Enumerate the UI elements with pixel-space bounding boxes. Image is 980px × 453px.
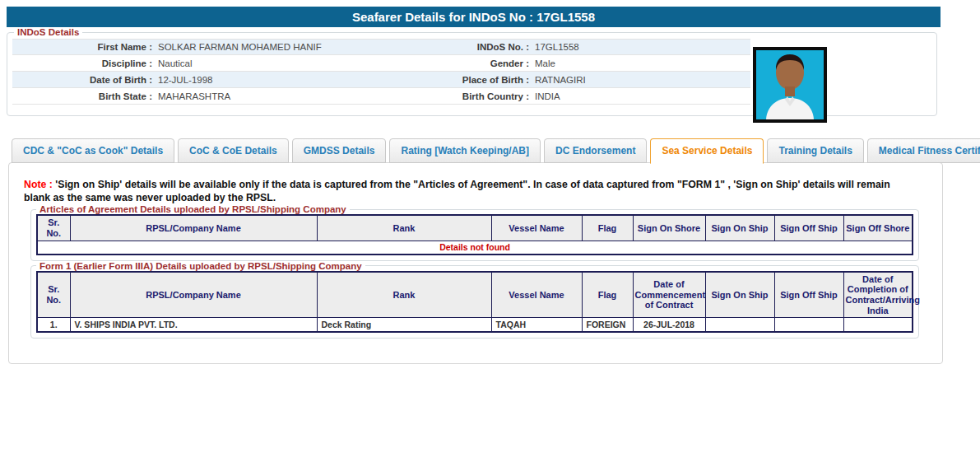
articles-header-sign-on-ship: Sign On Ship	[705, 215, 774, 241]
form1-cell-sign-off-ship	[774, 318, 843, 333]
seafarer-photo-silhouette	[756, 50, 824, 119]
discipline-value: Nautical	[152, 58, 379, 68]
articles-of-agreement-section: Articles of Agreement Details uploaded b…	[30, 204, 919, 260]
form1-legend: Form 1 (Earlier Form IIIA) Details uploa…	[36, 261, 365, 271]
articles-of-agreement-table: Sr. No. RPSL/Company Name Rank Vessel Na…	[36, 214, 913, 255]
articles-header-rank: Rank	[317, 215, 491, 241]
form1-cell-sign-on-ship	[705, 318, 774, 333]
tab-sea-service-details[interactable]: Sea Service Details	[650, 138, 764, 164]
tab-dc-endorsement[interactable]: DC Endorsement	[544, 138, 647, 163]
info-row-first-name: First Name : SOLKAR FARMAN MOHAMED HANIF…	[12, 39, 750, 55]
articles-header-sign-off-ship: Sign Off Ship	[774, 215, 843, 241]
form1-data-row: 1. V. SHIPS INDIA PVT. LTD. Deck Rating …	[37, 318, 913, 333]
indos-details-section: INDoS Details First Name : SOLKAR FARMAN…	[7, 27, 937, 116]
info-row-date-of-birth: Date of Birth : 12-JUL-1998 Place of Bir…	[12, 72, 750, 88]
form1-cell-date-of-commencement: 26-JUL-2018	[633, 318, 705, 333]
articles-empty-row: Details not found	[37, 241, 913, 255]
info-row-discipline: Discipline : Nautical Gender : Male	[12, 55, 750, 72]
articles-header-vessel-name: Vessel Name	[491, 215, 582, 241]
form1-header-rank: Rank	[317, 272, 491, 318]
form1-table: Sr. No. RPSL/Company Name Rank Vessel Na…	[36, 271, 913, 334]
seafarer-photo	[753, 47, 827, 123]
tab-coc-coe-details[interactable]: CoC & CoE Details	[178, 138, 289, 163]
articles-header-rpsl-company-name: RPSL/Company Name	[70, 215, 317, 241]
gender-label: Gender :	[379, 58, 529, 68]
form1-header-flag: Flag	[582, 272, 633, 318]
first-name-value: SOLKAR FARMAN MOHAMED HANIF	[152, 42, 379, 52]
indos-no-value: 17GL1558	[529, 42, 750, 52]
note-prefix: Note :	[24, 179, 53, 190]
articles-of-agreement-legend: Articles of Agreement Details uploaded b…	[36, 204, 350, 214]
form1-cell-sr-no: 1.	[37, 318, 70, 333]
form1-header-rpsl-company-name: RPSL/Company Name	[70, 272, 317, 318]
articles-header-sign-on-shore: Sign On Shore	[633, 215, 705, 241]
form1-header-sign-on-ship: Sign On Ship	[705, 272, 774, 318]
form1-section: Form 1 (Earlier Form IIIA) Details uploa…	[30, 261, 919, 339]
indos-details-grid: First Name : SOLKAR FARMAN MOHAMED HANIF…	[12, 39, 750, 105]
note-text: 'Sign on Ship' details will be available…	[24, 179, 890, 203]
info-row-birth-state: Birth State : MAHARASHTRA Birth Country …	[12, 88, 750, 105]
birth-state-value: MAHARASHTRA	[152, 91, 379, 101]
form1-header-date-of-completion: Date of Completion of Contract/Arriving …	[843, 272, 913, 318]
form1-cell-rpsl-company-name: V. SHIPS INDIA PVT. LTD.	[70, 318, 317, 333]
tab-medical-fitness-certificate[interactable]: Medical Fitness Certificate	[867, 138, 980, 163]
form1-cell-date-of-completion	[843, 318, 913, 333]
form1-header-date-of-commencement: Date of Commencement of Contract	[633, 272, 705, 318]
form1-header-row: Sr. No. RPSL/Company Name Rank Vessel Na…	[37, 272, 913, 318]
tab-cdc-coc-as-cook-details[interactable]: CDC & "CoC as Cook" Details	[12, 138, 174, 163]
birth-country-label: Birth Country :	[379, 91, 529, 101]
articles-header-sr-no: Sr. No.	[37, 215, 70, 241]
indos-no-label: INDoS No. :	[379, 42, 529, 52]
place-of-birth-label: Place of Birth :	[379, 75, 529, 85]
discipline-label: Discipline :	[12, 58, 152, 68]
form1-header-vessel-name: Vessel Name	[491, 272, 582, 318]
date-of-birth-label: Date of Birth :	[12, 75, 152, 85]
form1-cell-rank: Deck Rating	[317, 318, 491, 333]
gender-value: Male	[529, 58, 750, 68]
sea-service-details-panel: Note : 'Sign on Ship' details will be av…	[8, 162, 943, 364]
detail-tabs: CDC & "CoC as Cook" Details CoC & CoE De…	[12, 138, 980, 163]
articles-header-sign-off-shore: Sign Off Shore	[843, 215, 913, 241]
first-name-label: First Name :	[12, 42, 152, 52]
form1-header-sign-off-ship: Sign Off Ship	[774, 272, 843, 318]
form1-header-sr-no: Sr. No.	[37, 272, 70, 318]
tab-rating-watch-keeping-ab[interactable]: Rating [Watch Keeping/AB]	[389, 138, 541, 163]
indos-details-legend: INDoS Details	[14, 27, 82, 37]
form1-cell-flag: FOREIGN	[582, 318, 633, 333]
sign-on-ship-note: Note : 'Sign on Ship' details will be av…	[24, 178, 894, 204]
details-not-found-message: Details not found	[37, 241, 913, 255]
birth-state-label: Birth State :	[12, 91, 152, 101]
articles-header-row: Sr. No. RPSL/Company Name Rank Vessel Na…	[37, 215, 913, 241]
page-title: Seafarer Details for INDoS No : 17GL1558	[7, 7, 941, 27]
articles-header-flag: Flag	[582, 215, 633, 241]
place-of-birth-value: RATNAGIRI	[529, 75, 750, 85]
tab-training-details[interactable]: Training Details	[767, 138, 863, 163]
form1-cell-vessel-name: TAQAH	[491, 318, 582, 333]
tab-gmdss-details[interactable]: GMDSS Details	[292, 138, 387, 163]
date-of-birth-value: 12-JUL-1998	[152, 75, 379, 85]
birth-country-value: INDIA	[529, 91, 750, 101]
